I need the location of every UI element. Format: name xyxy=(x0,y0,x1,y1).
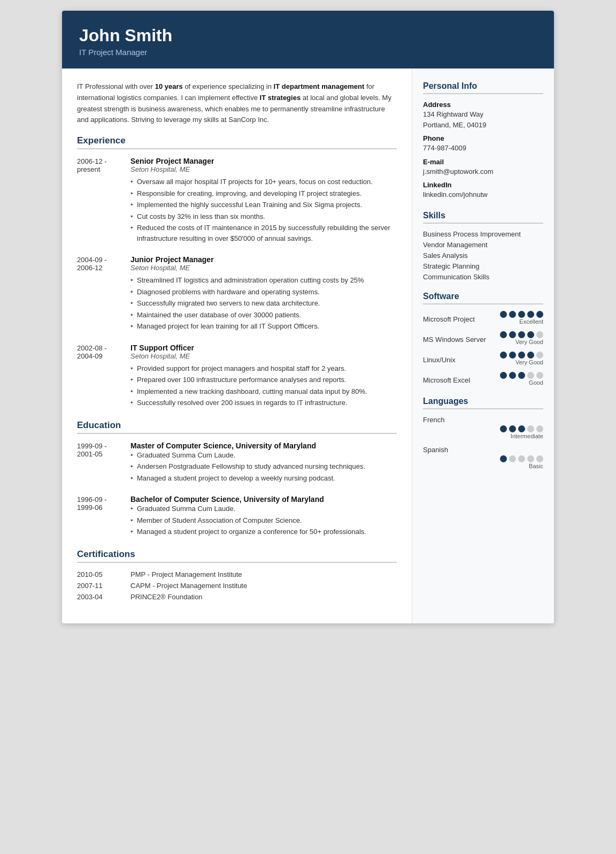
dot-filled xyxy=(500,425,507,432)
address-label: Address xyxy=(423,101,543,109)
resume-header: John Smith IT Project Manager xyxy=(62,11,554,68)
software-rating-label-3: Good xyxy=(500,379,543,386)
edu-dates-1: 1999-09 - 2001-05 xyxy=(77,441,130,485)
software-rating-1: Very Good xyxy=(500,331,543,345)
bullet: Implemented a new tracking dashboard, cu… xyxy=(130,386,397,397)
experience-title: Experience xyxy=(77,135,397,149)
linkedin-label: LinkedIn xyxy=(423,181,543,189)
dot-empty xyxy=(527,455,534,462)
dot-empty xyxy=(536,425,543,432)
dot-filled xyxy=(500,311,507,318)
education-entry-1: 1999-09 - 2001-05 Master of Computer Sci… xyxy=(77,441,397,485)
dot-empty xyxy=(536,455,543,462)
entry-company-1: Seton Hospital, ME xyxy=(130,165,397,173)
experience-entry-3: 2002-08 - 2004-09 IT Support Officer Set… xyxy=(77,344,397,409)
languages-title: Languages xyxy=(423,396,543,409)
cert-date-2: 2007-11 xyxy=(77,582,130,590)
cert-row-3: 2003-04 PRINCE2® Foundation xyxy=(77,593,397,601)
cert-row-1: 2010-05 PMP - Project Management Institu… xyxy=(77,570,397,578)
dot-empty xyxy=(527,372,534,379)
email-value: j.smith@uptowork.com xyxy=(423,166,543,177)
dot-empty xyxy=(527,425,534,432)
main-content: IT Professional with over 10 years of ex… xyxy=(62,68,554,623)
edu-body-2: Bachelor of Computer Science, University… xyxy=(130,495,397,538)
bullet: Diagnosed problems with hardware and ope… xyxy=(130,287,397,298)
entry-body-2: Junior Project Manager Seton Hospital, M… xyxy=(130,255,397,333)
skill-item-3: Strategic Planning xyxy=(423,262,543,270)
certifications-title: Certifications xyxy=(77,549,397,563)
experience-entry-2: 2004-09 - 2006-12 Junior Project Manager… xyxy=(77,255,397,333)
software-items: Microsoft ProjectExcellentMS Windows Ser… xyxy=(423,311,543,386)
software-item-3: Microsoft ExcelGood xyxy=(423,372,543,386)
bullet: Maintained the user database of over 300… xyxy=(130,310,397,321)
language-items: FrenchIntermediateSpanishBasic xyxy=(423,416,543,469)
experience-section: Experience 2006-12 - present Senior Proj… xyxy=(77,135,397,409)
software-rating-2: Very Good xyxy=(500,352,543,365)
bullet: Successfully migrated two servers to new… xyxy=(130,298,397,309)
software-section: Software Microsoft ProjectExcellentMS Wi… xyxy=(423,292,543,386)
right-column: Personal Info Address 134 Rightward WayP… xyxy=(412,68,554,623)
entry-dates-1: 2006-12 - present xyxy=(77,157,130,245)
cert-date-1: 2010-05 xyxy=(77,570,130,578)
edu-bullets-1: Graduated Summa Cum Laude. Andersen Post… xyxy=(130,450,397,484)
software-name-0: Microsoft Project xyxy=(423,315,475,323)
entry-bullets-1: Oversaw all major hospital IT projects f… xyxy=(130,177,397,243)
header-name: John Smith xyxy=(79,26,537,45)
dot-empty xyxy=(509,455,516,462)
cert-date-3: 2003-04 xyxy=(77,593,130,601)
bullet: Cut costs by 32% in less than six months… xyxy=(130,211,397,222)
dot-filled xyxy=(518,425,525,432)
certifications-section: Certifications 2010-05 PMP - Project Man… xyxy=(77,549,397,601)
dot-filled xyxy=(509,352,516,359)
language-name-0: French xyxy=(423,416,543,424)
dot-filled xyxy=(527,352,534,359)
edu-degree-1: Master of Computer Science, University o… xyxy=(130,441,397,450)
language-name-1: Spanish xyxy=(423,446,543,454)
bullet: Managed project for lean training for al… xyxy=(130,321,397,332)
language-item-0: FrenchIntermediate xyxy=(423,416,543,439)
bullet: Graduated Summa Cum Laude. xyxy=(130,504,397,514)
software-item-0: Microsoft ProjectExcellent xyxy=(423,311,543,325)
bullet: Prepared over 100 infrastructure perform… xyxy=(130,375,397,385)
software-name-1: MS Windows Server xyxy=(423,336,486,344)
bullet: Provided support for project managers an… xyxy=(130,363,397,374)
entry-company-3: Seton Hospital, ME xyxy=(130,352,397,360)
skills-title: Skills xyxy=(423,211,543,224)
dot-filled xyxy=(518,311,525,318)
edu-body-1: Master of Computer Science, University o… xyxy=(130,441,397,485)
software-rating-label-1: Very Good xyxy=(500,339,543,345)
software-item-1: MS Windows ServerVery Good xyxy=(423,331,543,345)
edu-degree-2: Bachelor of Computer Science, University… xyxy=(130,495,397,504)
language-rating-label-1: Basic xyxy=(423,463,543,469)
cert-label-3: PRINCE2® Foundation xyxy=(130,593,203,601)
language-item-1: SpanishBasic xyxy=(423,446,543,469)
dot-filled xyxy=(500,455,507,462)
dot-filled xyxy=(500,372,507,379)
dot-filled xyxy=(527,311,534,318)
skill-item-0: Business Process Improvement xyxy=(423,230,543,238)
address-value: 134 Rightward WayPortland, ME, 04019 xyxy=(423,109,543,130)
bullet: Reduced the costs of IT maintenance in 2… xyxy=(130,223,397,243)
bullet: Managed a student project to develop a w… xyxy=(130,473,397,484)
skill-item-1: Vendor Management xyxy=(423,241,543,249)
entry-body-3: IT Support Officer Seton Hospital, ME Pr… xyxy=(130,344,397,409)
entry-bullets-2: Streamlined IT logistics and administrat… xyxy=(130,275,397,332)
entry-title-2: Junior Project Manager xyxy=(130,255,397,264)
software-name-2: Linux/Unix xyxy=(423,356,456,364)
dot-filled xyxy=(509,425,516,432)
dot-filled xyxy=(509,331,516,338)
bullet: Andersen Postgraduate Fellowship to stud… xyxy=(130,461,397,472)
languages-section: Languages FrenchIntermediateSpanishBasic xyxy=(423,396,543,469)
experience-entry-1: 2006-12 - present Senior Project Manager… xyxy=(77,157,397,245)
personal-info-title: Personal Info xyxy=(423,81,543,94)
bullet: Responsible for creating, improving, and… xyxy=(130,188,397,199)
dot-filled xyxy=(509,372,516,379)
dot-filled xyxy=(518,352,525,359)
dot-filled xyxy=(518,331,525,338)
dot-filled xyxy=(500,352,507,359)
bullet: Streamlined IT logistics and administrat… xyxy=(130,275,397,286)
bullet: Member of Student Association of Compute… xyxy=(130,515,397,526)
entry-title-3: IT Support Officer xyxy=(130,344,397,352)
bullet: Successfully resolved over 200 issues in… xyxy=(130,398,397,408)
software-rating-label-0: Excellent xyxy=(500,318,543,325)
